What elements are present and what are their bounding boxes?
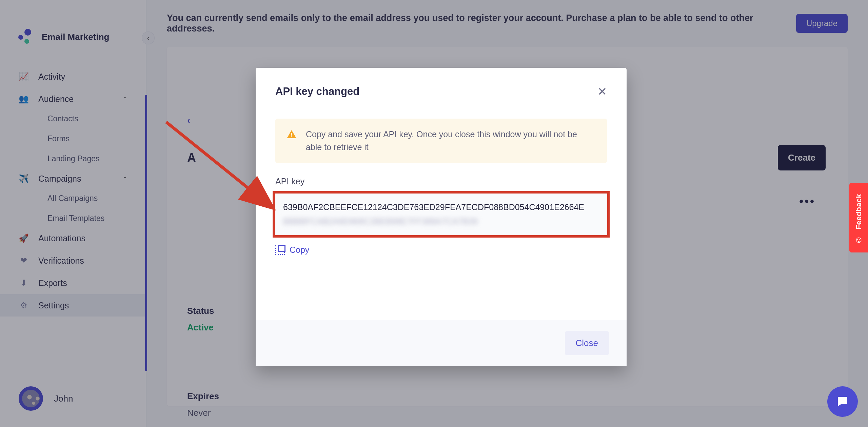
smile-icon: ☺ (854, 235, 863, 245)
close-button[interactable]: Close (565, 331, 609, 355)
warning-icon (287, 130, 296, 138)
copy-button[interactable]: Copy (275, 245, 607, 255)
feedback-label: Feedback (854, 194, 863, 230)
api-key-modal: API key changed ✕ Copy and save your API… (256, 68, 627, 366)
chat-button[interactable] (827, 386, 858, 417)
api-key-value: 639B0AF2CBEEFCE12124C3DE763ED29FEA7ECDF0… (283, 202, 584, 212)
feedback-tab[interactable]: Feedback ☺ (849, 183, 868, 252)
copy-label: Copy (290, 245, 309, 255)
modal-header: API key changed ✕ (256, 68, 627, 105)
alert-box: Copy and save your API key. Once you clo… (275, 119, 607, 163)
modal-footer: Close (256, 320, 627, 366)
api-key-value-box[interactable]: 639B0AF2CBEEFCE12124C3DE763ED29FEA7ECDF0… (273, 191, 610, 238)
modal-title: API key changed (275, 85, 359, 98)
api-key-label: API key (275, 177, 607, 186)
copy-icon (275, 245, 285, 255)
close-icon[interactable]: ✕ (597, 85, 607, 98)
chat-icon (835, 394, 850, 409)
api-key-hidden-part: BBBBFCAB2A9D968C2BEB98E7FF388A7CA7B39 (283, 215, 599, 228)
alert-text: Copy and save your API key. Once you clo… (306, 128, 595, 154)
